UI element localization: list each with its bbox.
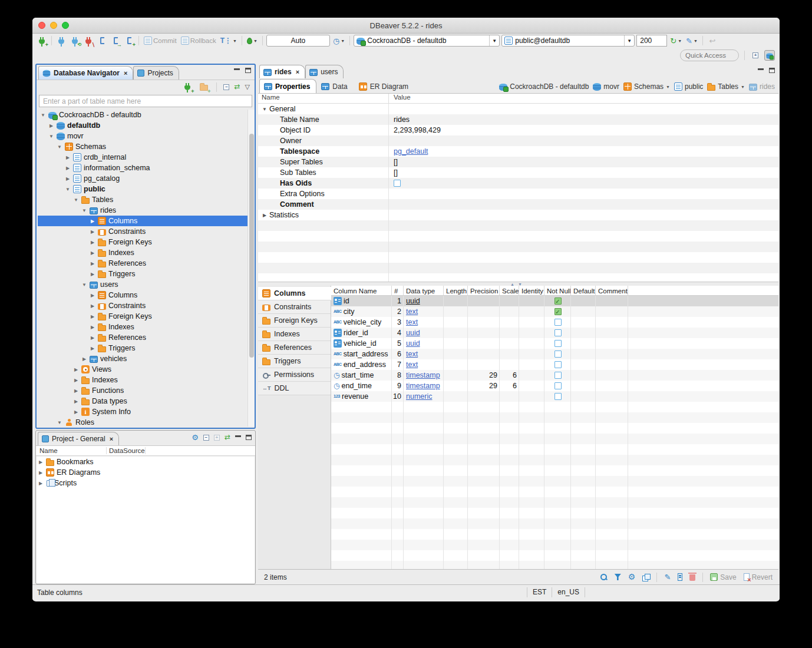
navigator-new-connection-button[interactable]: + [181,81,193,93]
not-null-checkbox[interactable] [554,340,562,347]
property-row-statistics[interactable]: ▶Statistics [258,210,778,220]
chevron-right-icon[interactable]: ▶ [48,123,54,128]
properties-value-header[interactable]: Value [389,94,411,103]
open-sql-console-button[interactable]: → [110,35,121,47]
project-item-bookmarks[interactable]: ▶Bookmarks [37,457,255,467]
chevron-right-icon[interactable]: ▶ [90,250,95,256]
chevron-down-icon[interactable]: ▼ [73,197,79,203]
tree-item-pg-catalog[interactable]: ▶pg_catalog [38,173,253,184]
tree-item-system-info[interactable]: ▶System Info [38,406,253,417]
chevron-right-icon[interactable]: ▶ [38,459,44,465]
tree-item-foreign-keys[interactable]: ▶Foreign Keys [38,311,253,322]
property-row-has-oids[interactable]: Has Oids [258,178,778,189]
commit-button[interactable]: Commit [143,35,178,47]
filter-icon[interactable] [615,574,621,580]
data-type-link[interactable]: timestamp [406,382,440,390]
column-header-identity[interactable]: Identity [519,286,544,295]
tree-item-cockroachdb-defaultdb[interactable]: ▼CockroachDB - defaultdb [38,110,253,120]
tree-item-tables[interactable]: ▼Tables [38,194,253,205]
not-null-checkbox[interactable]: ✓ [554,308,562,315]
chevron-down-icon[interactable]: ▼ [65,187,71,192]
link-editor-icon[interactable]: ⇄ [234,83,240,91]
tab-project-general[interactable]: Project - General × [38,432,119,445]
back-button[interactable]: ↩ [707,35,718,47]
tree-item-references[interactable]: ▶References [38,332,253,343]
column-row-city[interactable]: ABCcity2text✓ [331,306,778,317]
column-header-data-type[interactable]: Data type [404,286,444,295]
row-config-icon[interactable] [678,573,682,581]
tree-item-rides[interactable]: ▼rides [38,205,253,216]
tree-item-movr[interactable]: ▼movr [38,131,253,141]
not-null-checkbox[interactable] [554,351,562,358]
not-null-checkbox[interactable] [554,372,562,379]
name-column-header[interactable]: Name [36,447,107,454]
collapse-all-icon[interactable]: − [223,84,229,90]
property-row-owner[interactable]: Owner [258,135,778,146]
property-value-link[interactable]: pg_default [394,147,428,156]
chevron-right-icon[interactable]: ▶ [65,155,71,160]
detail-tab-columns[interactable]: Columns [258,287,331,300]
tab-projects[interactable]: Projects [133,66,179,80]
breadcrumb-schemas[interactable]: Schemas▼ [623,82,670,91]
subtab-data[interactable]: Data [316,79,354,93]
chevron-down-icon[interactable]: ▼ [262,107,268,112]
edit-pencil-icon[interactable]: ✎ [664,573,671,581]
project-item-er-diagrams[interactable]: ▶ER Diagrams [37,467,255,478]
property-row-sub-tables[interactable]: Sub Tables[] [258,167,778,178]
chevron-down-icon[interactable]: ▼ [81,208,87,213]
chevron-down-icon[interactable]: ▼ [666,85,670,89]
tree-item-crdb-internal[interactable]: ▶crdb_internal [38,152,253,163]
collapse-all-icon[interactable]: − [203,435,209,441]
data-type-link[interactable]: uuid [406,339,420,348]
breadcrumb-public[interactable]: public [674,82,703,91]
subtab-er-diagram[interactable]: ER Diagram [354,79,415,93]
detail-tab-foreign-keys[interactable]: Foreign Keys [258,314,331,328]
column-row-vehicle_id[interactable]: vehicle_id5uuid [331,338,778,349]
tree-item-functions[interactable]: ▶Functions [38,385,253,396]
chevron-right-icon[interactable]: ▶ [73,388,79,394]
delete-icon[interactable] [689,574,695,581]
detail-tab-indexes[interactable]: Indexes [258,328,331,341]
commit-mode-combo[interactable]: Auto [266,35,330,47]
column-row-revenue[interactable]: 123revenue10numeric [331,391,778,402]
tree-item-triggers[interactable]: ▶Triggers [38,269,253,279]
gear-icon[interactable]: ⚙ [192,434,199,441]
editor-tab-users[interactable]: users [305,65,344,78]
tree-item-indexes[interactable]: ▶Indexes [38,322,253,332]
not-null-checkbox[interactable] [554,329,562,336]
column-header-default[interactable]: Default [571,286,596,295]
transaction-log-button[interactable]: ◷▼ [332,35,346,47]
chevron-right-icon[interactable]: ▶ [73,367,79,372]
schema-combo[interactable]: public@defaultdb▼ [501,35,635,47]
close-icon[interactable]: × [110,435,113,442]
link-editor-icon[interactable]: ⇄ [225,434,230,441]
new-folder-button[interactable]: + [198,81,210,93]
chevron-right-icon[interactable]: ▶ [73,409,79,415]
tree-item-vehicles[interactable]: ▶vehicles [38,353,253,364]
chevron-right-icon[interactable]: ▶ [90,325,95,330]
scrollbar-thumb[interactable] [249,134,254,358]
chevron-down-icon[interactable]: ▼ [48,134,54,139]
data-type-link[interactable]: text [406,308,418,316]
tab-database-navigator[interactable]: Database Navigator × [38,66,133,80]
revert-button[interactable]: Revert [744,573,773,581]
reconnect-button[interactable]: ⟲ [69,35,81,47]
subtab-properties[interactable]: Properties [259,79,316,93]
disconnect-button[interactable]: ∖ [82,35,94,47]
chevron-right-icon[interactable]: ▶ [81,356,87,362]
breadcrumb-tables[interactable]: Tables▼ [707,82,745,91]
column-row-end_address[interactable]: ABCend_address7text [331,359,778,370]
refresh-button[interactable]: ↻▼ [669,35,683,47]
breadcrumb-cockroachdb-defaultdb[interactable]: CockroachDB - defaultdb [499,82,589,91]
quick-access-input[interactable] [680,49,739,61]
horizontal-splitter[interactable]: ▲▼ [258,282,778,286]
chevron-right-icon[interactable]: ▶ [90,261,95,266]
breadcrumb-rides[interactable]: rides [749,82,775,91]
column-row-start_address[interactable]: ABCstart_address6text [331,349,778,359]
tree-item-indexes[interactable]: ▶Indexes [38,375,253,385]
connection-combo[interactable]: CockroachDB - defaultdb▼ [354,35,500,47]
chevron-right-icon[interactable]: ▶ [90,335,95,340]
tree-item-indexes[interactable]: ▶Indexes [38,247,253,258]
chevron-right-icon[interactable]: ▶ [73,399,79,404]
data-type-link[interactable]: numeric [406,392,432,401]
